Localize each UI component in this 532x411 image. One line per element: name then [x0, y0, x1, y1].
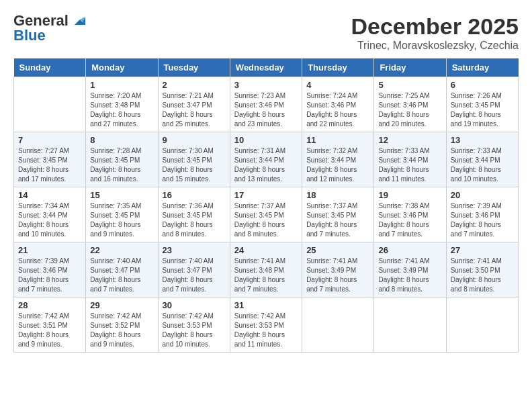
day-info: Sunrise: 7:25 AM Sunset: 3:46 PM Dayligh…: [378, 91, 441, 129]
day-number: 14: [18, 190, 81, 200]
day-number: 13: [451, 135, 514, 145]
week-row-3: 14Sunrise: 7:34 AM Sunset: 3:44 PM Dayli…: [14, 187, 519, 242]
calendar-cell: 3Sunrise: 7:23 AM Sunset: 3:46 PM Daylig…: [230, 77, 302, 132]
weekday-header-friday: Friday: [374, 58, 446, 77]
calendar-cell: 18Sunrise: 7:37 AM Sunset: 3:45 PM Dayli…: [302, 187, 374, 242]
day-number: 18: [306, 190, 369, 200]
weekday-header-saturday: Saturday: [446, 58, 518, 77]
day-number: 7: [18, 135, 81, 145]
day-info: Sunrise: 7:40 AM Sunset: 3:47 PM Dayligh…: [163, 257, 226, 294]
day-info: Sunrise: 7:32 AM Sunset: 3:44 PM Dayligh…: [306, 146, 369, 184]
header-row: SundayMondayTuesdayWednesdayThursdayFrid…: [14, 58, 519, 77]
day-info: Sunrise: 7:33 AM Sunset: 3:44 PM Dayligh…: [451, 146, 514, 184]
day-info: Sunrise: 7:37 AM Sunset: 3:45 PM Dayligh…: [234, 201, 298, 239]
calendar-cell: 27Sunrise: 7:41 AM Sunset: 3:50 PM Dayli…: [446, 242, 518, 298]
calendar-cell: 23Sunrise: 7:40 AM Sunset: 3:47 PM Dayli…: [158, 242, 230, 298]
day-info: Sunrise: 7:39 AM Sunset: 3:46 PM Dayligh…: [451, 201, 514, 239]
day-info: Sunrise: 7:41 AM Sunset: 3:49 PM Dayligh…: [378, 257, 441, 294]
day-info: Sunrise: 7:42 AM Sunset: 3:53 PM Dayligh…: [234, 312, 298, 349]
day-info: Sunrise: 7:42 AM Sunset: 3:53 PM Dayligh…: [163, 312, 226, 349]
page-header: General Blue December 2025 Trinec, Morav…: [13, 13, 519, 52]
day-number: 26: [378, 245, 441, 255]
calendar-cell: [374, 298, 446, 353]
day-info: Sunrise: 7:40 AM Sunset: 3:47 PM Dayligh…: [90, 257, 153, 294]
day-number: 28: [18, 300, 81, 310]
day-info: Sunrise: 7:26 AM Sunset: 3:45 PM Dayligh…: [451, 91, 514, 129]
calendar-cell: 21Sunrise: 7:39 AM Sunset: 3:46 PM Dayli…: [14, 242, 86, 298]
calendar-cell: [302, 298, 374, 353]
day-number: 2: [163, 80, 226, 90]
day-number: 30: [163, 300, 226, 310]
calendar-cell: 29Sunrise: 7:42 AM Sunset: 3:52 PM Dayli…: [86, 298, 158, 353]
calendar-cell: 16Sunrise: 7:36 AM Sunset: 3:45 PM Dayli…: [158, 187, 230, 242]
day-info: Sunrise: 7:39 AM Sunset: 3:46 PM Dayligh…: [18, 257, 81, 294]
day-info: Sunrise: 7:24 AM Sunset: 3:46 PM Dayligh…: [306, 91, 369, 129]
day-number: 27: [451, 245, 514, 255]
calendar-cell: 2Sunrise: 7:21 AM Sunset: 3:47 PM Daylig…: [158, 77, 230, 132]
day-number: 15: [90, 190, 153, 200]
calendar-cell: 14Sunrise: 7:34 AM Sunset: 3:44 PM Dayli…: [14, 187, 86, 242]
day-info: Sunrise: 7:23 AM Sunset: 3:46 PM Dayligh…: [234, 91, 298, 129]
weekday-header-tuesday: Tuesday: [158, 58, 230, 77]
month-title: December 2025: [351, 13, 519, 40]
day-info: Sunrise: 7:42 AM Sunset: 3:52 PM Dayligh…: [90, 312, 153, 349]
calendar-cell: 8Sunrise: 7:28 AM Sunset: 3:45 PM Daylig…: [86, 132, 158, 187]
calendar-cell: 22Sunrise: 7:40 AM Sunset: 3:47 PM Dayli…: [86, 242, 158, 298]
calendar-cell: 7Sunrise: 7:27 AM Sunset: 3:45 PM Daylig…: [14, 132, 86, 187]
title-area: December 2025 Trinec, Moravskoslezsky, C…: [351, 13, 519, 52]
calendar-cell: 11Sunrise: 7:32 AM Sunset: 3:44 PM Dayli…: [302, 132, 374, 187]
day-number: 17: [234, 190, 298, 200]
day-number: 3: [234, 80, 298, 90]
calendar-cell: 30Sunrise: 7:42 AM Sunset: 3:53 PM Dayli…: [158, 298, 230, 353]
calendar-cell: 20Sunrise: 7:39 AM Sunset: 3:46 PM Dayli…: [446, 187, 518, 242]
day-number: 5: [378, 80, 441, 90]
weekday-header-thursday: Thursday: [302, 58, 374, 77]
logo-icon: [71, 13, 85, 28]
day-number: 4: [306, 80, 369, 90]
calendar-cell: 15Sunrise: 7:35 AM Sunset: 3:45 PM Dayli…: [86, 187, 158, 242]
calendar-cell: [446, 298, 518, 353]
calendar-cell: 13Sunrise: 7:33 AM Sunset: 3:44 PM Dayli…: [446, 132, 518, 187]
day-number: 24: [234, 245, 298, 255]
day-number: 8: [90, 135, 153, 145]
day-number: 10: [234, 135, 298, 145]
day-info: Sunrise: 7:41 AM Sunset: 3:48 PM Dayligh…: [234, 257, 298, 294]
day-number: 12: [378, 135, 441, 145]
calendar-cell: 6Sunrise: 7:26 AM Sunset: 3:45 PM Daylig…: [446, 77, 518, 132]
day-info: Sunrise: 7:27 AM Sunset: 3:45 PM Dayligh…: [18, 146, 81, 184]
logo-blue: Blue: [13, 28, 46, 43]
day-number: 11: [306, 135, 369, 145]
weekday-header-monday: Monday: [86, 58, 158, 77]
weekday-header-wednesday: Wednesday: [230, 58, 302, 77]
calendar-table: SundayMondayTuesdayWednesdayThursdayFrid…: [13, 58, 519, 353]
day-info: Sunrise: 7:41 AM Sunset: 3:49 PM Dayligh…: [306, 257, 369, 294]
calendar-cell: [14, 77, 86, 132]
calendar-cell: 10Sunrise: 7:31 AM Sunset: 3:44 PM Dayli…: [230, 132, 302, 187]
calendar-cell: 28Sunrise: 7:42 AM Sunset: 3:51 PM Dayli…: [14, 298, 86, 353]
day-number: 19: [378, 190, 441, 200]
calendar-cell: 24Sunrise: 7:41 AM Sunset: 3:48 PM Dayli…: [230, 242, 302, 298]
day-number: 16: [163, 190, 226, 200]
day-number: 22: [90, 245, 153, 255]
calendar-cell: 31Sunrise: 7:42 AM Sunset: 3:53 PM Dayli…: [230, 298, 302, 353]
day-number: 20: [451, 190, 514, 200]
calendar-cell: 5Sunrise: 7:25 AM Sunset: 3:46 PM Daylig…: [374, 77, 446, 132]
calendar-cell: 17Sunrise: 7:37 AM Sunset: 3:45 PM Dayli…: [230, 187, 302, 242]
location: Trinec, Moravskoslezsky, Czechia: [351, 40, 519, 52]
day-number: 21: [18, 245, 81, 255]
day-number: 9: [163, 135, 226, 145]
day-number: 25: [306, 245, 369, 255]
day-info: Sunrise: 7:31 AM Sunset: 3:44 PM Dayligh…: [234, 146, 298, 184]
calendar-cell: 26Sunrise: 7:41 AM Sunset: 3:49 PM Dayli…: [374, 242, 446, 298]
calendar-cell: 9Sunrise: 7:30 AM Sunset: 3:45 PM Daylig…: [158, 132, 230, 187]
week-row-5: 28Sunrise: 7:42 AM Sunset: 3:51 PM Dayli…: [14, 298, 519, 353]
day-info: Sunrise: 7:38 AM Sunset: 3:46 PM Dayligh…: [378, 201, 441, 239]
day-info: Sunrise: 7:37 AM Sunset: 3:45 PM Dayligh…: [306, 201, 369, 239]
day-number: 1: [90, 80, 153, 90]
week-row-4: 21Sunrise: 7:39 AM Sunset: 3:46 PM Dayli…: [14, 242, 519, 298]
day-number: 6: [451, 80, 514, 90]
weekday-header-sunday: Sunday: [14, 58, 86, 77]
calendar-cell: 12Sunrise: 7:33 AM Sunset: 3:44 PM Dayli…: [374, 132, 446, 187]
day-number: 31: [234, 300, 298, 310]
day-info: Sunrise: 7:36 AM Sunset: 3:45 PM Dayligh…: [163, 201, 226, 239]
